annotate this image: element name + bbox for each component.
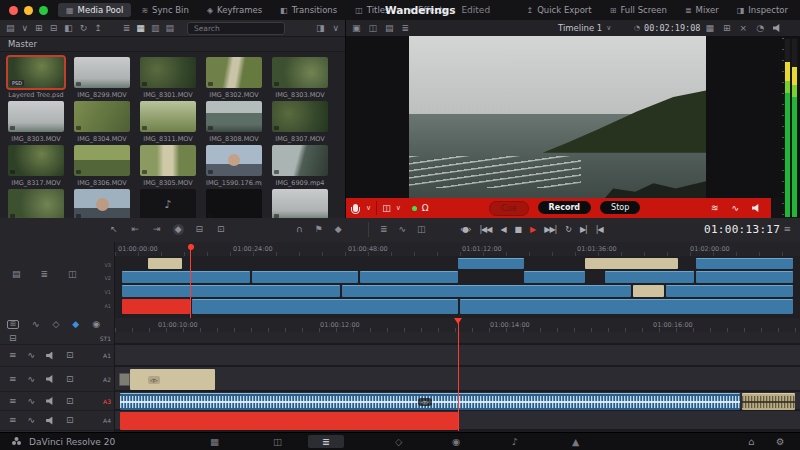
media-clip[interactable]: IMG_6909.mp4 bbox=[272, 145, 328, 184]
flag-icon[interactable]: ⚑ bbox=[315, 225, 323, 234]
bin-breadcrumb[interactable]: Master bbox=[0, 37, 345, 52]
overview-clip[interactable] bbox=[696, 271, 793, 283]
timeline-clip-red[interactable] bbox=[120, 412, 458, 430]
scopes-icon[interactable]: ▤ bbox=[385, 24, 394, 33]
monitor-icon[interactable]: ◉ bbox=[92, 320, 100, 329]
topbar-button-full-screen[interactable]: ⊞Full Screen bbox=[602, 3, 675, 17]
go-to-start-button[interactable]: |◀◀ bbox=[479, 225, 491, 234]
overview-clip[interactable] bbox=[605, 271, 694, 283]
monitor-speaker-icon[interactable] bbox=[752, 204, 761, 212]
stop-button[interactable]: ■ bbox=[515, 225, 522, 234]
overview-clip[interactable] bbox=[460, 299, 793, 314]
clip-thumbnail[interactable] bbox=[272, 101, 328, 132]
razor-tool-icon[interactable]: ◆ bbox=[173, 224, 184, 235]
timeline-playhead[interactable] bbox=[458, 318, 459, 431]
clip-thumbnail[interactable] bbox=[206, 145, 262, 176]
mute-speaker-icon[interactable] bbox=[46, 352, 55, 360]
timeline-clip-beige[interactable]: ◁▷ bbox=[130, 369, 215, 390]
clip-thumbnail[interactable] bbox=[206, 101, 262, 132]
track-header-a4[interactable]: ≡∿⊡A4 bbox=[0, 411, 114, 431]
page-deliver-icon[interactable]: ▲ bbox=[572, 436, 579, 447]
media-clip[interactable]: IMG_8302.MOV bbox=[206, 57, 262, 96]
record-arm-icon[interactable]: ⊡ bbox=[66, 397, 74, 406]
minimize-window-button[interactable] bbox=[24, 6, 33, 15]
page-edit-icon[interactable]: ≣ bbox=[308, 435, 344, 448]
mute-speaker-icon[interactable] bbox=[46, 417, 55, 425]
media-clip[interactable] bbox=[8, 189, 64, 218]
overview-ruler[interactable]: 01:00:00:0001:00:24:0001:00:48:0001:01:1… bbox=[115, 242, 800, 257]
media-clip[interactable]: IMG_8306.MOV bbox=[74, 145, 130, 184]
guides-menu-icon[interactable]: × bbox=[740, 24, 748, 33]
media-clip[interactable]: IMG_1590.176.mp4 bbox=[206, 145, 262, 184]
clip-thumbnail[interactable]: ♪ bbox=[140, 189, 196, 218]
automation-mode-icon[interactable]: ≡ bbox=[9, 397, 17, 406]
viewer-speaker-icon[interactable] bbox=[773, 24, 782, 32]
slate-icon[interactable]: ◫ bbox=[382, 203, 391, 213]
playback-clock-icon[interactable]: ◔ bbox=[756, 24, 764, 33]
play-reverse-button[interactable]: ◀ bbox=[500, 225, 505, 234]
media-clip[interactable] bbox=[74, 189, 130, 218]
microphone-icon[interactable] bbox=[353, 204, 358, 212]
record-arm-icon[interactable]: ⊡ bbox=[66, 351, 74, 360]
smart-bin-icon[interactable]: ◧ bbox=[64, 24, 73, 33]
fader-icon[interactable]: ∿ bbox=[28, 416, 36, 425]
fader-icon[interactable]: ∿ bbox=[28, 397, 36, 406]
page-media-icon[interactable]: ▦ bbox=[210, 436, 219, 447]
topbar-button-inspector[interactable]: ◨Inspector bbox=[729, 3, 796, 17]
selection-tool-icon[interactable]: ↖ bbox=[110, 225, 118, 234]
overview-clip[interactable] bbox=[524, 271, 585, 283]
dynamic-trim-icon[interactable]: ⇥ bbox=[153, 225, 161, 234]
overwrite-clip-icon[interactable]: ⊡ bbox=[217, 225, 225, 234]
page-fairlight-icon[interactable]: ♪ bbox=[512, 436, 518, 447]
clip-thumbnail[interactable] bbox=[272, 57, 328, 88]
media-clip[interactable] bbox=[272, 189, 328, 218]
multicam-icon[interactable]: ◫ bbox=[417, 225, 426, 234]
new-bin-icon[interactable]: ⊟ bbox=[50, 24, 58, 33]
play-button[interactable]: ▶ bbox=[530, 225, 535, 234]
mic-chevron-icon[interactable]: ∨ bbox=[366, 204, 371, 212]
zoom-window-button[interactable] bbox=[39, 6, 48, 15]
track-header-a2[interactable]: ≡∿⊡A2 bbox=[0, 367, 114, 392]
media-clip[interactable]: IMG_8301.MOV bbox=[140, 57, 196, 96]
media-clip[interactable]: IMG_8304.MOV bbox=[74, 101, 130, 140]
overview-tracks[interactable] bbox=[115, 256, 800, 318]
automation-mode-icon[interactable]: ≡ bbox=[9, 375, 17, 384]
fast-forward-button[interactable]: ▶▶| bbox=[544, 225, 556, 234]
viewer-canvas[interactable] bbox=[346, 36, 800, 198]
headphones-icon[interactable]: Ω bbox=[422, 203, 429, 213]
sync-icon[interactable]: ↻ bbox=[80, 24, 88, 33]
topbar-button-transitions[interactable]: ◧Transitions bbox=[272, 3, 345, 17]
topbar-button-quick-export[interactable]: ↥Quick Export bbox=[518, 3, 599, 17]
media-clip[interactable]: IMG_8311.MOV bbox=[140, 101, 196, 140]
media-clip[interactable]: IMG_8299.MOV bbox=[74, 57, 130, 96]
snapping-icon[interactable]: ∩ bbox=[296, 225, 303, 234]
single-viewer-icon[interactable]: ▣ bbox=[352, 24, 361, 33]
insert-clip-icon[interactable]: ⊟ bbox=[196, 225, 204, 234]
cue-button[interactable]: Cue bbox=[489, 201, 529, 216]
overview-clip[interactable] bbox=[585, 258, 678, 269]
sort-chevron-icon[interactable]: ∨ bbox=[332, 24, 339, 33]
overview-clip[interactable] bbox=[666, 285, 793, 297]
loop-button[interactable]: ↻ bbox=[565, 225, 571, 234]
topbar-button-media-pool[interactable]: ▦Media Pool bbox=[58, 3, 131, 17]
track-header-a1[interactable]: ≡∿⊡A1 bbox=[0, 345, 114, 367]
input-meter-icon[interactable]: ≋ bbox=[711, 203, 719, 213]
automation-curves-icon[interactable]: ∿ bbox=[32, 320, 40, 329]
zoom-menu-icon[interactable]: ▦ bbox=[706, 24, 715, 33]
media-clip[interactable]: IMG_8303.MOV bbox=[272, 57, 328, 96]
timeline-options-icon[interactable]: ≣ bbox=[380, 225, 388, 234]
timeline-clip-fragment[interactable] bbox=[119, 373, 130, 386]
filmstrip-view-icon[interactable]: ▥ bbox=[151, 24, 160, 33]
trim-edit-icon[interactable]: ⇤ bbox=[132, 225, 140, 234]
mute-speaker-icon[interactable] bbox=[46, 375, 55, 383]
page-color-icon[interactable]: ◉ bbox=[452, 436, 460, 447]
media-clip[interactable]: IMG_8317.MOV bbox=[8, 145, 64, 184]
topbar-button-mixer[interactable]: ≣Mixer bbox=[677, 3, 727, 17]
fader-icon[interactable]: ∿ bbox=[28, 375, 36, 384]
patch-icon[interactable]: ∿ bbox=[731, 203, 739, 213]
clip-thumbnail[interactable] bbox=[8, 101, 64, 132]
overview-clip[interactable] bbox=[122, 299, 190, 314]
media-clip[interactable]: IMG_8305.MOV bbox=[140, 145, 196, 184]
clip-thumbnail[interactable]: PSD bbox=[8, 57, 64, 88]
automation-mode-icon[interactable]: ≡ bbox=[9, 416, 17, 425]
